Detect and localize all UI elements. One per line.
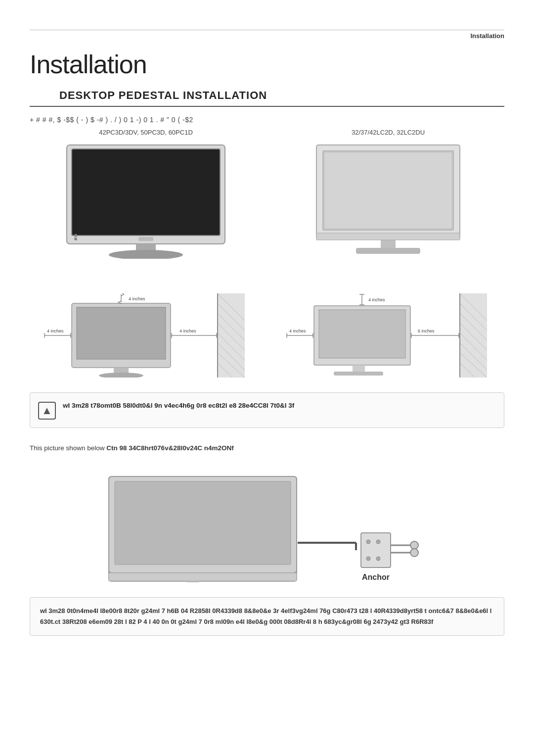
svg-text:4 inches: 4 inches: [47, 329, 64, 333]
lcd-tv-svg: [309, 140, 467, 259]
svg-rect-50: [334, 372, 383, 376]
tv-column-lcd: 32/37/42LC2D, 32LC2DU: [272, 129, 504, 269]
warning-text: wI 3m28 t78omt0B 58l0dt0&l 9n v4ec4h6g 0…: [63, 401, 294, 411]
svg-text:6 inches: 6 inches: [418, 329, 435, 333]
spacing-col-left: 4 inches 4 inches 4 inches: [30, 293, 262, 378]
lcd-tv-wrapper: [309, 140, 467, 269]
note-box: wI 3m28 0t0n4me4l l8e00r8 8t20r g24ml 7 …: [30, 597, 504, 636]
spacing-svg-right: 4 inches 4 inches 6 inches: [284, 293, 492, 378]
svg-point-26: [99, 373, 143, 378]
svg-rect-67: [109, 573, 297, 581]
svg-rect-12: [316, 233, 460, 240]
spacing-diagrams: 4 inches 4 inches 4 inches: [0, 269, 534, 382]
svg-rect-66: [115, 481, 291, 565]
svg-point-72: [366, 540, 370, 544]
info-text: This picture shown below Ctn 98 34C8hrt0…: [0, 438, 534, 459]
plasma-model-label: 42PC3D/3DV, 50PC3D, 60PC1D: [99, 129, 193, 136]
svg-text:4 inches: 4 inches: [179, 329, 196, 333]
svg-point-73: [376, 540, 380, 544]
svg-rect-48: [319, 310, 405, 358]
section-title: DESKTOP PEDESTAL INSTALLATION: [30, 84, 504, 107]
header-title: Installation: [470, 32, 504, 40]
svg-rect-6: [138, 237, 153, 241]
svg-point-74: [366, 557, 370, 561]
svg-point-75: [376, 557, 380, 561]
warning-box: ▲ wI 3m28 t78omt0B 58l0dt0&l 9n v4ec4h6g…: [30, 392, 504, 428]
svg-point-4: [74, 237, 77, 240]
lcd-model-label: 32/37/42LC2D, 32LC2DU: [352, 129, 425, 136]
svg-point-77: [410, 541, 418, 549]
tv-diagrams: 42PC3D/3DV, 50PC3D, 60PC1D: [0, 129, 534, 269]
anchor-diagram: Anchor: [0, 459, 534, 587]
anchor-svg: Anchor: [94, 469, 440, 582]
header-section: Installation: [0, 30, 534, 40]
plasma-tv-wrapper: [62, 140, 230, 269]
svg-point-3: [109, 250, 183, 259]
tv-column-plasma: 42PC3D/3DV, 50PC3D, 60PC1D: [30, 129, 262, 269]
svg-rect-71: [361, 533, 391, 567]
svg-text:Anchor: Anchor: [362, 573, 390, 581]
svg-rect-11: [356, 248, 420, 254]
svg-rect-1: [72, 149, 220, 236]
info-text-content: This picture shown below Ctn 98 34C8hrt0…: [30, 444, 234, 452]
svg-text:4 inches: 4 inches: [289, 329, 306, 333]
main-title: Installation: [0, 40, 534, 84]
warning-icon: ▲: [38, 402, 56, 420]
page-container: Installation Installation DESKTOP PEDEST…: [0, 30, 534, 756]
svg-rect-49: [353, 365, 365, 372]
svg-rect-24: [77, 307, 166, 359]
plasma-tv-svg: [62, 140, 230, 259]
svg-point-5: [74, 234, 77, 237]
info-text-bold: Ctn 98 34C8hrt076v&28l0v24C n4m2ONf: [106, 444, 233, 452]
svg-rect-9: [325, 153, 451, 228]
svg-text:4 inches: 4 inches: [368, 297, 385, 302]
subtitle-line: + # # #, $ -$$ ( - ) $ -# ) . / ) 0 1 -)…: [0, 113, 534, 129]
spacing-col-right: 4 inches 4 inches 6 inches: [272, 293, 504, 378]
note-text: wI 3m28 0t0n4me4l l8e00r8 8t20r g24ml 7 …: [40, 606, 494, 627]
svg-rect-10: [381, 239, 396, 248]
svg-point-79: [410, 549, 418, 557]
svg-text:4 inches: 4 inches: [129, 296, 145, 301]
svg-rect-68: [187, 581, 199, 582]
spacing-svg-left: 4 inches 4 inches 4 inches: [42, 293, 250, 378]
